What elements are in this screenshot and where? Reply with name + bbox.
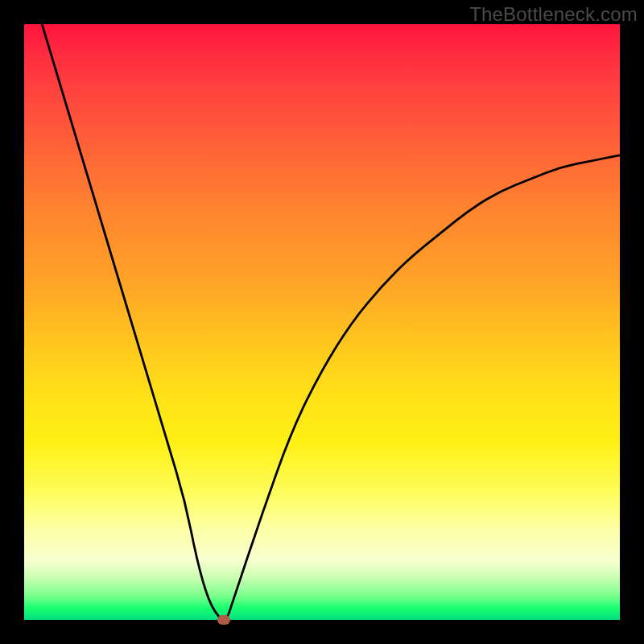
- chart-frame: TheBottleneck.com: [0, 0, 644, 644]
- optimum-marker: [217, 615, 230, 625]
- watermark-text: TheBottleneck.com: [469, 3, 638, 26]
- chart-plot-area: [24, 24, 620, 620]
- bottleneck-curve: [24, 24, 620, 620]
